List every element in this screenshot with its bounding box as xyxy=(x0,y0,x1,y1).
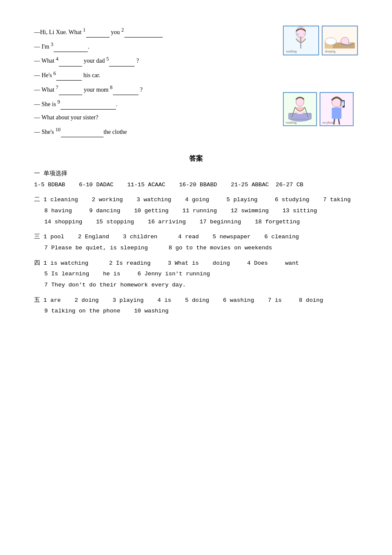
answer-group-5-line-2: 9 talking on the phone 10 washing xyxy=(34,306,358,317)
svg-point-4 xyxy=(303,33,305,35)
girl-clothes-icon: washing xyxy=(283,92,317,126)
answer-group-2-line-3: 14 shopping 15 stopping 16 arriving 17 b… xyxy=(34,217,358,228)
answer-group-header-3: 三 1 pool 2 England 3 children 4 read 5 n… xyxy=(34,231,358,243)
answer-group-2-line-2: 8 having 9 dancing 10 getting 11 running… xyxy=(34,205,358,217)
text-sheis: — She is 9 . xyxy=(34,101,117,107)
answer-title: 答案 xyxy=(34,154,358,163)
answer-group-header-2: 二 1 cleaning 2 working 3 watching 4 goin… xyxy=(34,194,358,205)
svg-point-3 xyxy=(297,33,300,36)
text-what-mom: — What 7 your mom 8 ? xyxy=(34,87,143,93)
answer-group-4-line-2: 5 Is learning he is 6 Jenny isn't runnin… xyxy=(34,269,358,280)
text-sister: — What about your sister? xyxy=(34,114,98,121)
svg-rect-20 xyxy=(332,107,342,119)
dialogue-line-8: — She's 10 the clothe xyxy=(34,125,358,137)
svg-line-25 xyxy=(339,119,340,124)
answer-section: 答案 一 单项选择 1-5 BDBAB 6-10 DADAC 11-15 ACA… xyxy=(34,154,358,317)
svg-text:sleeping: sleeping xyxy=(325,49,335,53)
illustration-area: washing sleeping xyxy=(283,26,358,126)
svg-text:washing: washing xyxy=(286,49,297,53)
answer-group-1: 一 单项选择 1-5 BDBAB 6-10 DADAC 11-15 ACAAC … xyxy=(34,168,358,190)
answer-group-3: 三 1 pool 2 England 3 children 4 read 5 n… xyxy=(34,231,358,253)
answer-group-header-5: 五 1 are 2 doing 3 playing 4 is 5 doing 6… xyxy=(34,295,358,306)
answer-group-3-line-2: 7 Please be quiet, is sleeping 8 go to t… xyxy=(34,243,358,254)
girl-washing-icon: washing xyxy=(283,26,319,55)
text-shes: — She's 10 the clothe xyxy=(34,129,127,135)
answer-group-4-line-3: 7 They don't do their homework every day… xyxy=(34,280,358,291)
person-bed-icon: sleeping xyxy=(322,26,358,55)
answer-group-2: 二 1 cleaning 2 working 3 watching 4 goin… xyxy=(34,194,358,227)
answer-group-4: 四 1 is watching 2 Is reading 3 What is d… xyxy=(34,258,358,291)
svg-text:on phone: on phone xyxy=(323,121,335,124)
answer-group-header-4: 四 1 is watching 2 Is reading 3 What is d… xyxy=(34,258,358,269)
person-phone-icon: on phone xyxy=(320,92,354,126)
svg-point-11 xyxy=(325,38,336,45)
answer-group-5: 五 1 are 2 doing 3 playing 4 is 5 doing 6… xyxy=(34,295,358,317)
text-what-dad: — What 4 your dad 5 ? xyxy=(34,58,139,64)
svg-text:washing: washing xyxy=(286,121,297,124)
dialogue-section: —Hi, Li Xue. What 1 you 2 — I'm 3 . — Wh… xyxy=(34,26,358,137)
answer-group-1-line-1: 1-5 BDBAB 6-10 DADAC 11-15 ACAAC 16-20 B… xyxy=(34,179,358,191)
text-hes: — He's 6 his car. xyxy=(34,72,100,78)
svg-point-5 xyxy=(298,40,300,41)
text-hi: —Hi, Li Xue. What 1 you 2 xyxy=(34,29,163,35)
text-im: — I'm 3 . xyxy=(34,43,89,50)
answer-group-header-1: 一 单项选择 xyxy=(34,168,358,179)
